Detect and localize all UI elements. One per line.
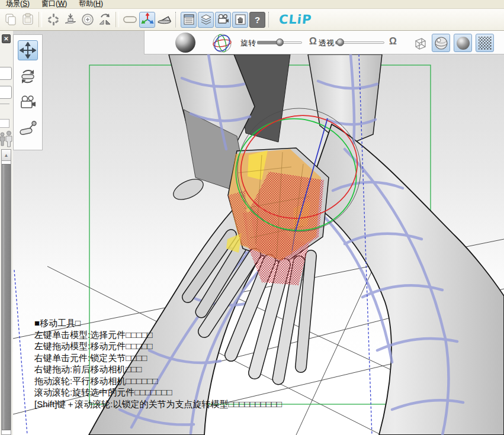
panel-divider xyxy=(0,104,9,104)
help-line: 右键单击元件:锁定关节□□□□ xyxy=(34,352,282,364)
move-tool-button[interactable] xyxy=(18,40,38,60)
bone-pin-icon xyxy=(19,120,37,137)
move-arrows-icon xyxy=(20,42,36,59)
cone-icon xyxy=(157,13,172,26)
rotate-slider-thumb[interactable] xyxy=(276,38,284,46)
bone-capsule-button[interactable] xyxy=(122,12,138,28)
orbit-globe-icon[interactable] xyxy=(211,32,233,54)
camera-icon xyxy=(19,95,37,110)
perspective-slider[interactable] xyxy=(335,40,384,45)
wireframe-mode-button[interactable] xyxy=(410,34,428,52)
halftone-pattern-icon xyxy=(478,36,492,50)
drop-cube-icon xyxy=(64,13,77,26)
gray-sphere-button[interactable] xyxy=(454,34,472,52)
shiny-sphere-icon xyxy=(434,36,448,50)
menu-scene[interactable]: 场景(S) xyxy=(0,0,36,9)
rotate-slider[interactable] xyxy=(257,40,302,45)
toolbar-separator xyxy=(38,12,42,27)
panel-input-partial[interactable] xyxy=(0,86,12,99)
camera-tool-button[interactable] xyxy=(18,92,38,112)
help-line: 拖动滚轮:平行移动相机□□□□□□ xyxy=(34,375,282,387)
camera-cone-button[interactable] xyxy=(156,12,172,28)
help-line: [Shift]键＋滚动滚轮:以锁定的关节为支点旋转模型□□□□□□□□□□ xyxy=(34,398,282,410)
help-line: 滚动滚轮:旋转选中的元件□□□□□□□ xyxy=(34,386,282,398)
panel-scrollbar[interactable]: ▲ xyxy=(1,149,11,435)
viewport-3d[interactable]: ■移动工具□ 左键单击模型:选择元件□□□□□ 左键拖动模型:移动元件□□□□□… xyxy=(13,31,504,435)
axis-dashed-line-left xyxy=(14,270,27,435)
target-circle-icon xyxy=(81,13,94,26)
scrollbar-up-button[interactable]: ▲ xyxy=(2,150,11,161)
tool-help-overlay: ■移动工具□ 左键单击模型:选择元件□□□□□ 左键拖动模型:移动元件□□□□□… xyxy=(34,317,282,410)
figure-thumbnails[interactable] xyxy=(0,130,13,148)
perspective-slider-thumb[interactable] xyxy=(336,38,344,46)
movie-camera-icon xyxy=(217,14,230,25)
new-scene-button[interactable] xyxy=(2,12,18,28)
clip-logo: CLiP xyxy=(278,12,313,27)
reset-view-button[interactable] xyxy=(45,12,61,28)
perspective-label: 透视 xyxy=(319,38,334,49)
menu-window[interactable]: 窗口(W) xyxy=(36,0,73,9)
tool-palette xyxy=(13,34,43,150)
workspace: ■移动工具□ 左键单击模型:选择元件□□□□□ 左键拖动模型:移动元件□□□□□… xyxy=(0,31,504,435)
help-line: ■移动工具□ xyxy=(34,317,282,329)
layer-panel-button[interactable] xyxy=(198,12,214,28)
paste-button[interactable] xyxy=(20,12,36,28)
clipboard-icon xyxy=(21,13,34,26)
halftone-mode-button[interactable] xyxy=(476,34,494,52)
menu-help[interactable]: 帮助(H) xyxy=(73,0,109,9)
layers-icon xyxy=(200,14,212,25)
pose-hand-panel-button[interactable] xyxy=(232,12,248,28)
wire-cube-icon xyxy=(412,36,427,51)
property-list-icon xyxy=(183,14,195,25)
material-sphere-button[interactable] xyxy=(432,34,450,52)
toolbar-separator-dotted xyxy=(175,12,178,27)
help-line: 左键单击模型:选择元件□□□□□ xyxy=(34,329,282,341)
help-line: 左键拖动模型:移动元件□□□□□ xyxy=(34,340,282,352)
move-axes-icon xyxy=(140,12,155,27)
person-icons xyxy=(0,130,13,148)
mirror-flip-button[interactable] xyxy=(97,12,113,28)
trackball-sphere[interactable] xyxy=(175,33,195,53)
rotate-tool-button[interactable] xyxy=(18,66,38,86)
pages-icon xyxy=(4,13,17,26)
scrollbar-thumb[interactable] xyxy=(2,164,11,430)
property-panel-button[interactable] xyxy=(181,12,197,28)
matte-sphere-icon xyxy=(457,37,470,50)
rotate-arrow-icon xyxy=(20,68,36,85)
rotate-reset-button[interactable]: Ω xyxy=(309,36,317,47)
menu-bar: 场景(S) 窗口(W) 帮助(H) xyxy=(0,0,504,9)
perspective-reset-button[interactable]: Ω xyxy=(389,36,397,47)
focus-target-button[interactable] xyxy=(79,12,95,28)
view-control-bar: 旋转 Ω 透视 Ω xyxy=(144,31,504,54)
panel-mini-input-partial[interactable] xyxy=(0,119,9,128)
main-toolbar: ? CLiP xyxy=(0,9,504,31)
application-window: 场景(S) 窗口(W) 帮助(H) xyxy=(0,0,504,435)
joint-pin-tool-button[interactable] xyxy=(18,118,38,138)
flip-arrow-icon xyxy=(98,12,112,27)
help-line: 右键拖动:前后移动相机□□□ xyxy=(34,363,282,375)
burst-icon xyxy=(47,13,60,26)
capsule-icon xyxy=(123,13,137,26)
toolbar-separator xyxy=(115,12,119,27)
move-axes-button[interactable] xyxy=(139,12,155,28)
help-label: ? xyxy=(255,15,260,25)
cropped-side-panel: ✕ ▲ xyxy=(0,31,13,435)
camera-panel-button[interactable] xyxy=(215,12,231,28)
toolbar-separator-dotted xyxy=(268,12,271,27)
help-button[interactable]: ? xyxy=(249,12,265,28)
panel-close-button[interactable]: ✕ xyxy=(2,34,11,43)
rotate-label: 旋转 xyxy=(240,38,256,49)
panel-input-partial[interactable] xyxy=(0,67,12,80)
hand-icon xyxy=(235,14,246,25)
drop-to-floor-button[interactable] xyxy=(62,12,78,28)
